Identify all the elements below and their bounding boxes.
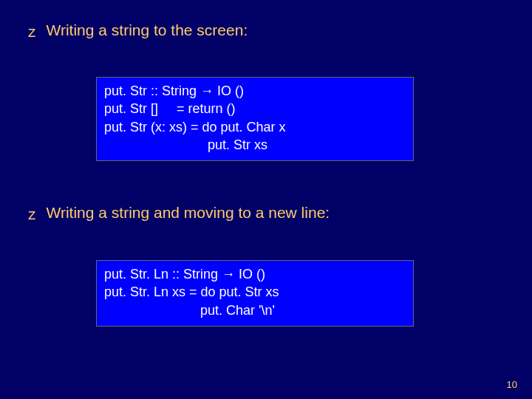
bullet-text-two: Writing a string and moving to a new lin… <box>47 203 330 222</box>
bullet-marker: z <box>28 203 36 223</box>
code-line: put. Str :: String → IO () <box>104 82 406 100</box>
bullet-one: z Writing a string to the screen: <box>28 21 248 41</box>
code-line: put. Str xs <box>104 136 406 154</box>
code-line: put. Str. Ln xs = do put. Str xs <box>104 283 406 301</box>
code-box-putstrln: put. Str. Ln :: String → IO () put. Str.… <box>96 260 414 327</box>
bullet-two: z Writing a string and moving to a new l… <box>28 203 330 223</box>
bullet-text-one: Writing a string to the screen: <box>47 21 248 39</box>
bullet-marker: z <box>28 21 36 41</box>
code-line: put. Str [] = return () <box>104 100 406 117</box>
code-line: put. Str (x: xs) = do put. Char x <box>104 118 406 136</box>
slide: z Writing a string to the screen: put. S… <box>0 0 532 399</box>
code-line: put. Str. Ln :: String → IO () <box>104 265 406 283</box>
page-number: 10 <box>507 379 517 390</box>
code-box-putstr: put. Str :: String → IO () put. Str [] =… <box>96 77 414 161</box>
code-line: put. Char '\n' <box>104 301 406 319</box>
